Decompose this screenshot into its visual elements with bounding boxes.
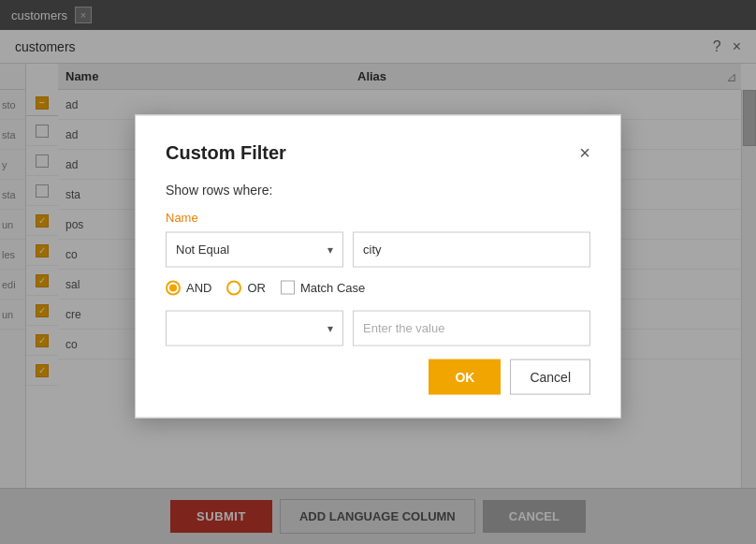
second-value-input[interactable] — [353, 310, 590, 346]
modal-close-button[interactable]: × — [579, 143, 590, 162]
show-rows-label: Show rows where: — [166, 182, 590, 197]
modal-footer: OK Cancel — [166, 359, 590, 394]
cancel-button[interactable]: Cancel — [510, 359, 590, 394]
or-radio[interactable] — [226, 280, 241, 295]
modal-title: Custom Filter — [166, 141, 579, 163]
and-radio-group[interactable]: AND — [166, 280, 211, 295]
match-case-wrapper[interactable]: Match Case — [281, 281, 365, 295]
first-filter-row: Not Equal ▾ — [166, 231, 590, 267]
second-operator-dropdown[interactable]: ▾ — [166, 310, 343, 346]
field-name-label: Name — [166, 210, 590, 224]
or-radio-group[interactable]: OR — [226, 280, 266, 295]
or-label: OR — [247, 281, 266, 295]
operator-arrow-icon: ▾ — [327, 243, 333, 256]
match-case-checkbox[interactable] — [281, 281, 295, 295]
first-value-input[interactable] — [353, 231, 590, 267]
operator-value: Not Equal — [176, 243, 327, 257]
operator-dropdown[interactable]: Not Equal ▾ — [166, 231, 343, 267]
ok-button[interactable]: OK — [429, 359, 501, 394]
second-filter-row: ▾ — [166, 310, 590, 346]
modal-header: Custom Filter × — [166, 141, 590, 163]
and-label: AND — [186, 281, 211, 295]
and-radio[interactable] — [166, 280, 181, 295]
options-row: AND OR Match Case — [166, 280, 590, 295]
second-operator-arrow-icon: ▾ — [327, 321, 333, 334]
match-case-label: Match Case — [300, 281, 365, 295]
custom-filter-modal: Custom Filter × Show rows where: Name No… — [135, 114, 621, 418]
